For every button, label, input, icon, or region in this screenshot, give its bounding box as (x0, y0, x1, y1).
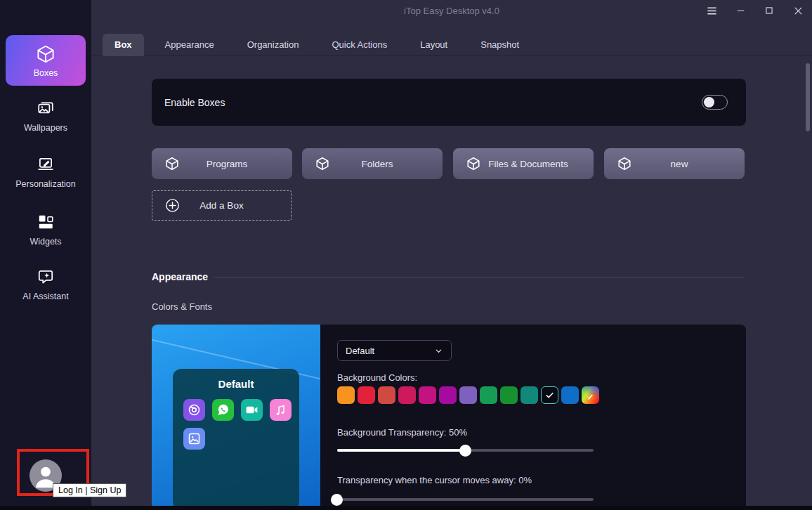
color-swatch-magenta[interactable] (419, 386, 436, 404)
sidebar-item-label: Widgets (30, 237, 61, 247)
colors-fonts-title: Colors & Fonts (152, 301, 212, 312)
box-cube-icon (617, 156, 632, 171)
plus-circle-icon (164, 197, 181, 214)
tab-quick-actions[interactable]: Quick Actions (320, 34, 399, 56)
sidebar-item-label: Wallpapers (24, 123, 67, 133)
wallpapers-icon (37, 99, 55, 117)
slider-track[interactable] (337, 498, 594, 501)
preview-app-icon-grid (183, 399, 293, 450)
color-swatch-teal[interactable] (520, 386, 538, 404)
ai-assistant-icon (37, 268, 55, 286)
box-button-folders[interactable]: Folders (302, 148, 443, 179)
check-icon (544, 390, 555, 400)
window-bottom-edge (0, 506, 812, 510)
color-swatch-orange[interactable] (337, 386, 355, 404)
color-swatch-red[interactable] (358, 386, 375, 404)
slider-fill (337, 449, 466, 452)
close-icon[interactable] (791, 4, 805, 18)
sidebar-item-personalization[interactable]: Personalization (0, 155, 91, 189)
color-swatch-rose[interactable] (398, 386, 416, 404)
enable-boxes-card: Enable Boxes (152, 79, 746, 126)
sidebar-item-boxes[interactable]: Boxes (6, 35, 86, 86)
window-controls (705, 0, 805, 21)
sidebar-item-wallpapers[interactable]: Wallpapers (0, 99, 91, 133)
tab-organization[interactable]: Organization (235, 34, 311, 56)
sidebar-item-ai-assistant[interactable]: AI Assistant (0, 268, 91, 301)
menu-icon[interactable] (705, 4, 719, 18)
color-swatch-green[interactable] (480, 386, 497, 404)
box-button-programs[interactable]: Programs (152, 148, 292, 179)
slider-thumb[interactable] (459, 445, 471, 457)
cursor-transparency-label: Transparency when the cursor moves away:… (337, 475, 532, 485)
background-colors-label: Background Colors: (337, 372, 417, 383)
enable-boxes-toggle[interactable] (702, 95, 728, 110)
style-dropdown-value: Default (346, 346, 374, 356)
sidebar-item-label: Personalization (15, 179, 75, 189)
bg-transparency-slider[interactable] (337, 444, 594, 456)
style-dropdown[interactable]: Default (337, 340, 452, 361)
box-button-new[interactable]: new (604, 148, 745, 179)
maximize-icon[interactable] (762, 4, 776, 18)
gallery-icon (183, 428, 205, 450)
cursor-transparency-slider[interactable] (337, 493, 594, 505)
colors-fonts-card: Default (152, 325, 746, 510)
section-divider (214, 277, 745, 277)
appearance-section-title: Appearance (152, 271, 208, 282)
color-swatch-brick[interactable] (378, 386, 395, 404)
box-button-files-documents[interactable]: Files & Documents (453, 148, 594, 179)
color-swatch-blue[interactable] (561, 386, 579, 404)
widgets-icon (37, 213, 55, 231)
tab-layout[interactable]: Layout (408, 34, 459, 56)
box-cube-icon (466, 156, 481, 171)
personalization-icon (37, 155, 55, 174)
color-swatch-violet[interactable] (439, 386, 457, 404)
chevron-down-icon (434, 346, 443, 355)
sidebar-item-label: Boxes (34, 68, 58, 78)
custom-color-picker-swatch[interactable] (582, 386, 599, 404)
color-swatch-purple[interactable] (459, 386, 477, 404)
color-swatch-selected[interactable] (541, 386, 558, 404)
sidebar: Boxes Wallpapers Personalization (0, 0, 91, 510)
tab-appearance[interactable]: Appearance (153, 34, 226, 56)
bg-transparency-label: Background Transparency: 50% (337, 427, 467, 438)
background-color-swatches (337, 386, 599, 404)
chrome-icon (183, 399, 205, 421)
sidebar-item-label: AI Assistant (22, 292, 68, 301)
preview-box-panel: Default (173, 369, 299, 510)
minimize-icon[interactable] (733, 4, 747, 18)
toggle-knob (704, 97, 714, 107)
box-cube-icon (315, 156, 330, 171)
eyedropper-pen-icon (585, 390, 596, 400)
vertical-scrollbar[interactable] (806, 63, 810, 131)
sidebar-item-widgets[interactable]: Widgets (0, 213, 91, 247)
video-icon (241, 399, 263, 421)
window-title: iTop Easy Desktop v4.0 (404, 6, 499, 16)
box-style-preview: Default (152, 325, 320, 510)
tabbar: Box Appearance Organization Quick Action… (103, 34, 531, 56)
add-a-box-button[interactable]: Add a Box (152, 190, 292, 221)
music-icon (270, 399, 292, 421)
preview-box-title: Default (173, 378, 299, 390)
tab-snapshot[interactable]: Snapshot (469, 34, 531, 56)
slider-thumb[interactable] (331, 494, 343, 506)
tab-box[interactable]: Box (103, 34, 144, 56)
box-cube-icon (35, 44, 56, 65)
color-swatch-dark-green[interactable] (500, 386, 518, 404)
enable-boxes-label: Enable Boxes (164, 97, 225, 108)
box-cube-icon (164, 156, 180, 171)
login-signup-tooltip[interactable]: Log In | Sign Up (53, 483, 126, 497)
whatsapp-icon (212, 399, 234, 421)
